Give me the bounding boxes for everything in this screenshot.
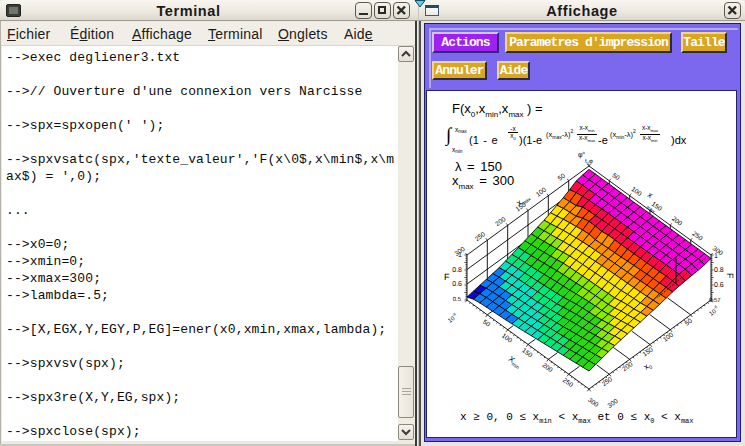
svg-text:100: 100 (535, 186, 548, 198)
svg-text:250: 250 (561, 377, 574, 389)
svg-text:300: 300 (607, 398, 620, 410)
svg-text:0.57: 0.57 (709, 297, 721, 304)
svg-text:10-6: 10-6 (707, 304, 721, 318)
svg-text:300: 300 (454, 246, 467, 258)
svg-text:250: 250 (474, 231, 487, 243)
svg-text:50: 50 (611, 172, 621, 182)
svg-text:300: 300 (586, 397, 599, 409)
svg-text:100: 100 (662, 331, 675, 343)
svg-text:x0: x0 (642, 360, 654, 373)
svg-text:150: 150 (520, 347, 533, 359)
svg-text:0.8: 0.8 (452, 267, 462, 274)
svg-text:0.5: 0.5 (453, 296, 462, 303)
svg-text:100: 100 (630, 186, 643, 198)
svg-text:0.8: 0.8 (714, 267, 724, 274)
svg-text:100: 100 (500, 332, 513, 344)
svg-text:200: 200 (621, 361, 634, 373)
svg-text:φa: φa (578, 150, 586, 159)
svg-text:t0φ: t0φ (585, 159, 593, 166)
svg-text:200: 200 (541, 362, 554, 374)
svg-text:F: F (725, 273, 735, 279)
svg-text:50: 50 (481, 319, 491, 329)
svg-text:F: F (444, 272, 450, 282)
svg-text:300: 300 (711, 245, 724, 257)
svg-text:250: 250 (691, 230, 704, 242)
svg-text:10-6: 10-6 (446, 311, 460, 325)
svg-text:Xmin: Xmin (506, 354, 523, 371)
svg-text:200: 200 (494, 216, 507, 228)
svg-text:x: x (646, 190, 655, 200)
svg-text:250: 250 (601, 376, 614, 388)
svg-text:0.6: 0.6 (452, 281, 462, 288)
svg-text:0.6: 0.6 (714, 282, 724, 289)
svg-text:150: 150 (642, 346, 655, 358)
svg-text:50: 50 (557, 172, 567, 182)
svg-text:200: 200 (670, 216, 683, 228)
